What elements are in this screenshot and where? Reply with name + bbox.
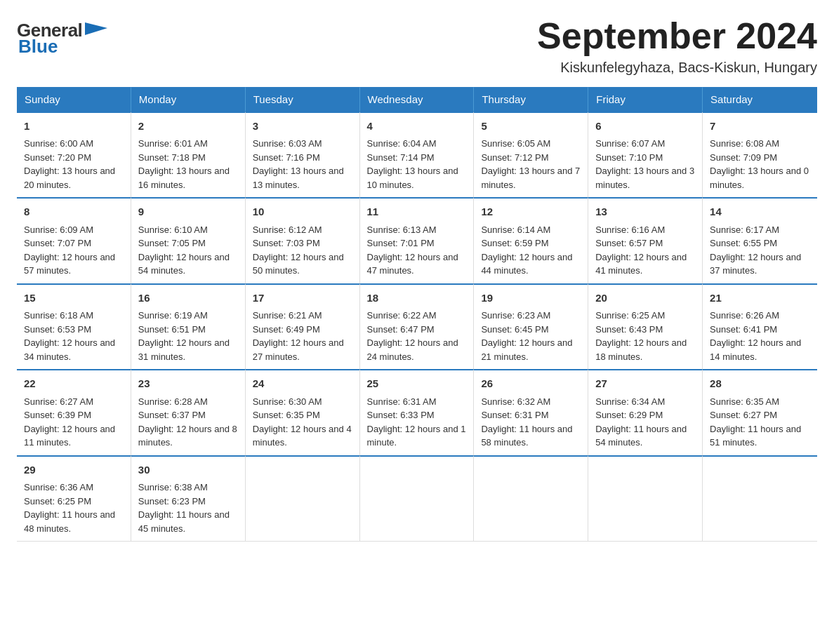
daylight-text: Daylight: 13 hours and 3 minutes. <box>595 166 694 190</box>
calendar-week-row: 15 Sunrise: 6:18 AM Sunset: 6:53 PM Dayl… <box>17 283 817 370</box>
title-block: September 2024 Kiskunfelegyhaza, Bacs-Ki… <box>537 17 817 76</box>
day-number: 12 <box>481 204 581 220</box>
calendar-day-cell: 24 Sunrise: 6:30 AM Sunset: 6:35 PM Dayl… <box>246 369 360 455</box>
calendar-header-row: Sunday Monday Tuesday Wednesday Thursday… <box>17 87 817 112</box>
day-number: 10 <box>253 204 352 220</box>
calendar-day-cell <box>474 455 588 542</box>
month-year-title: September 2024 <box>537 17 817 55</box>
sunset-text: Sunset: 6:43 PM <box>595 324 663 335</box>
sunset-text: Sunset: 7:20 PM <box>24 152 91 163</box>
daylight-text: Daylight: 12 hours and 57 minutes. <box>24 252 115 276</box>
sunset-text: Sunset: 6:45 PM <box>481 324 548 335</box>
sunrise-text: Sunrise: 6:31 AM <box>367 396 437 407</box>
sunrise-text: Sunrise: 6:07 AM <box>595 138 665 149</box>
calendar-day-cell <box>588 455 703 542</box>
day-number: 15 <box>24 290 124 307</box>
sunrise-text: Sunrise: 6:01 AM <box>138 138 208 149</box>
daylight-text: Daylight: 12 hours and 27 minutes. <box>253 337 344 362</box>
sunrise-text: Sunrise: 6:38 AM <box>138 482 208 492</box>
daylight-text: Daylight: 13 hours and 0 minutes. <box>710 166 809 190</box>
calendar-day-cell: 20 Sunrise: 6:25 AM Sunset: 6:43 PM Dayl… <box>588 283 703 370</box>
sunset-text: Sunset: 6:55 PM <box>710 238 777 248</box>
calendar-day-cell: 16 Sunrise: 6:19 AM Sunset: 6:51 PM Dayl… <box>131 283 246 370</box>
col-friday: Friday <box>588 87 703 112</box>
daylight-text: Daylight: 12 hours and 11 minutes. <box>24 424 115 448</box>
sunrise-text: Sunrise: 6:25 AM <box>595 310 665 321</box>
logo-container: General Blue <box>17 17 107 58</box>
day-number: 1 <box>24 119 124 135</box>
calendar-day-cell <box>703 455 817 542</box>
day-number: 16 <box>138 290 238 307</box>
sunset-text: Sunset: 6:29 PM <box>595 410 663 420</box>
sunrise-text: Sunrise: 6:22 AM <box>367 310 437 321</box>
day-number: 30 <box>138 462 238 478</box>
calendar-day-cell: 15 Sunrise: 6:18 AM Sunset: 6:53 PM Dayl… <box>17 283 131 370</box>
daylight-text: Daylight: 13 hours and 10 minutes. <box>367 166 458 190</box>
calendar-day-cell: 18 Sunrise: 6:22 AM Sunset: 6:47 PM Dayl… <box>360 283 475 370</box>
day-number: 29 <box>24 462 124 478</box>
sunrise-text: Sunrise: 6:13 AM <box>367 224 437 235</box>
logo-blue-text: Blue <box>17 36 58 58</box>
daylight-text: Daylight: 12 hours and 34 minutes. <box>24 337 115 362</box>
sunrise-text: Sunrise: 6:17 AM <box>710 224 779 235</box>
day-number: 25 <box>367 376 467 392</box>
day-number: 26 <box>481 376 581 392</box>
sunrise-text: Sunrise: 6:00 AM <box>24 138 93 149</box>
day-number: 13 <box>595 204 695 220</box>
sunset-text: Sunset: 6:53 PM <box>24 324 91 335</box>
daylight-text: Daylight: 13 hours and 13 minutes. <box>253 166 344 190</box>
calendar-day-cell: 19 Sunrise: 6:23 AM Sunset: 6:45 PM Dayl… <box>474 283 588 370</box>
calendar-week-row: 22 Sunrise: 6:27 AM Sunset: 6:39 PM Dayl… <box>17 369 817 455</box>
top-area: General Blue September 2024 Kiskunfelegy… <box>17 17 817 76</box>
day-number: 20 <box>595 290 695 307</box>
sunset-text: Sunset: 6:39 PM <box>24 410 91 420</box>
sunset-text: Sunset: 7:18 PM <box>138 152 206 163</box>
sunset-text: Sunset: 7:05 PM <box>138 238 206 248</box>
logo-flag-icon <box>84 21 107 39</box>
sunset-text: Sunset: 6:57 PM <box>595 238 663 248</box>
sunset-text: Sunset: 7:14 PM <box>367 152 435 163</box>
daylight-text: Daylight: 12 hours and 41 minutes. <box>595 252 687 276</box>
day-number: 4 <box>367 119 467 135</box>
calendar-day-cell: 27 Sunrise: 6:34 AM Sunset: 6:29 PM Dayl… <box>588 369 703 455</box>
day-number: 21 <box>710 290 810 307</box>
sunset-text: Sunset: 7:03 PM <box>253 238 320 248</box>
calendar-day-cell: 26 Sunrise: 6:32 AM Sunset: 6:31 PM Dayl… <box>474 369 588 455</box>
sunset-text: Sunset: 7:07 PM <box>24 238 91 248</box>
daylight-text: Daylight: 12 hours and 37 minutes. <box>710 252 801 276</box>
daylight-text: Daylight: 12 hours and 1 minute. <box>367 424 466 448</box>
day-number: 17 <box>253 290 352 307</box>
daylight-text: Daylight: 11 hours and 54 minutes. <box>595 424 687 448</box>
day-number: 24 <box>253 376 352 392</box>
sunset-text: Sunset: 7:10 PM <box>595 152 663 163</box>
sunset-text: Sunset: 7:01 PM <box>367 238 435 248</box>
sunrise-text: Sunrise: 6:14 AM <box>481 224 550 235</box>
calendar-day-cell: 7 Sunrise: 6:08 AM Sunset: 7:09 PM Dayli… <box>703 112 817 198</box>
sunrise-text: Sunrise: 6:04 AM <box>367 138 437 149</box>
sunrise-text: Sunrise: 6:30 AM <box>253 396 322 407</box>
calendar-day-cell: 6 Sunrise: 6:07 AM Sunset: 7:10 PM Dayli… <box>588 112 703 198</box>
sunrise-text: Sunrise: 6:10 AM <box>138 224 208 235</box>
day-number: 9 <box>138 204 238 220</box>
daylight-text: Daylight: 12 hours and 21 minutes. <box>481 337 572 362</box>
sunrise-text: Sunrise: 6:28 AM <box>138 396 208 407</box>
sunrise-text: Sunrise: 6:23 AM <box>481 310 550 321</box>
sunset-text: Sunset: 6:41 PM <box>710 324 777 335</box>
sunset-text: Sunset: 6:49 PM <box>253 324 320 335</box>
calendar-day-cell: 22 Sunrise: 6:27 AM Sunset: 6:39 PM Dayl… <box>17 369 131 455</box>
daylight-text: Daylight: 12 hours and 44 minutes. <box>481 252 572 276</box>
day-number: 6 <box>595 119 695 135</box>
calendar-week-row: 8 Sunrise: 6:09 AM Sunset: 7:07 PM Dayli… <box>17 197 817 283</box>
daylight-text: Daylight: 12 hours and 24 minutes. <box>367 337 458 362</box>
sunrise-text: Sunrise: 6:12 AM <box>253 224 322 235</box>
sunset-text: Sunset: 6:23 PM <box>138 496 206 507</box>
sunset-text: Sunset: 6:59 PM <box>481 238 548 248</box>
calendar-day-cell: 29 Sunrise: 6:36 AM Sunset: 6:25 PM Dayl… <box>17 455 131 542</box>
day-number: 5 <box>481 119 581 135</box>
daylight-text: Daylight: 12 hours and 18 minutes. <box>595 337 687 362</box>
calendar-day-cell: 8 Sunrise: 6:09 AM Sunset: 7:07 PM Dayli… <box>17 197 131 283</box>
calendar-day-cell: 28 Sunrise: 6:35 AM Sunset: 6:27 PM Dayl… <box>703 369 817 455</box>
col-sunday: Sunday <box>17 87 131 112</box>
calendar-day-cell: 23 Sunrise: 6:28 AM Sunset: 6:37 PM Dayl… <box>131 369 246 455</box>
sunrise-text: Sunrise: 6:32 AM <box>481 396 550 407</box>
